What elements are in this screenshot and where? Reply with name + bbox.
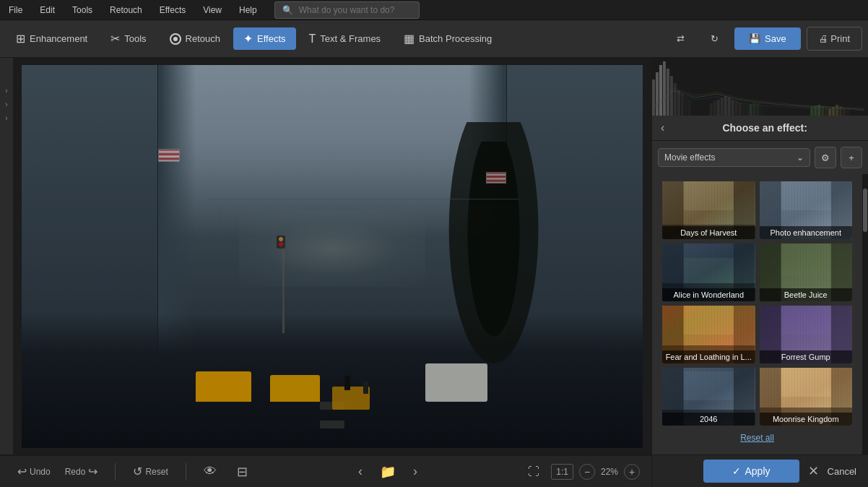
svg-rect-68 — [830, 306, 852, 363]
svg-rect-26 — [742, 104, 745, 116]
effect-add-btn[interactable]: + — [841, 147, 862, 168]
zoom-out-btn[interactable]: − — [579, 464, 595, 480]
effect-moonrise-kingdom[interactable]: Moonrise Kingdom — [758, 366, 854, 427]
apply-bar: ✓ Apply ✕ Cancel — [651, 455, 868, 487]
redo-btn[interactable]: Redo ↪ — [59, 462, 104, 481]
collapse-arrow-3[interactable]: › — [5, 114, 7, 122]
svg-rect-14 — [699, 103, 702, 116]
toolbar: ⊞ Enhancement ✂ Tools Retouch ✦ Effects … — [0, 20, 868, 58]
effect-2046[interactable]: 2046 — [661, 366, 757, 427]
svg-rect-31 — [760, 105, 763, 116]
minus-icon: − — [584, 466, 590, 478]
svg-rect-38 — [832, 107, 835, 116]
text-frames-btn[interactable]: T Text & Frames — [299, 28, 391, 50]
undo-label: Undo — [30, 467, 51, 477]
batch-processing-btn[interactable]: ▦ Batch Processing — [394, 27, 502, 50]
effects-label: Effects — [257, 33, 286, 44]
svg-rect-6 — [670, 76, 673, 116]
folder-btn[interactable]: 📁 — [374, 461, 402, 483]
compare-icon: ⊟ — [237, 464, 248, 480]
svg-rect-23 — [732, 100, 734, 116]
effect-days-of-harvest[interactable]: Days of Harvest — [661, 180, 757, 241]
enhancement-btn[interactable]: ⊞ Enhancement — [6, 27, 97, 50]
panel-title: Choose an effect: — [670, 122, 859, 134]
close-icon[interactable]: ✕ — [808, 463, 819, 479]
print-button[interactable]: 🖨 Print — [807, 27, 862, 51]
search-input[interactable] — [299, 5, 415, 15]
svg-rect-48 — [760, 181, 853, 239]
back-button[interactable]: ‹ — [661, 121, 664, 134]
svg-rect-50 — [830, 181, 852, 239]
effect-fear-and-loathing[interactable]: Fear and Loathing in L... — [661, 304, 757, 365]
svg-rect-64 — [684, 306, 734, 335]
collapse-arrow-2[interactable]: › — [5, 100, 7, 108]
collapse-arrow-1[interactable]: › — [5, 87, 7, 95]
menu-file[interactable]: File — [6, 4, 25, 17]
effect-dropdown[interactable]: Movie effects ⌄ — [658, 148, 810, 167]
eye-btn[interactable]: 👁 — [198, 461, 222, 482]
zoom-in-btn[interactable]: + — [624, 464, 640, 480]
svg-rect-63 — [734, 306, 755, 363]
save-button[interactable]: 💾 Save — [734, 27, 801, 50]
scroll-thumb[interactable] — [863, 189, 867, 232]
svg-rect-57 — [760, 244, 853, 301]
retouch-btn[interactable]: Retouch — [160, 29, 230, 49]
svg-rect-78 — [781, 368, 830, 397]
svg-rect-35 — [821, 106, 824, 116]
undo-btn[interactable]: ↩ Undo — [12, 462, 56, 481]
left-panel: › › › — [0, 58, 13, 454]
tools-btn[interactable]: ✂ Tools — [100, 27, 156, 50]
effect-grid: Days of Harvest Photo — [658, 180, 856, 427]
effect-thumb-days: Days of Harvest — [662, 181, 755, 239]
text-frames-icon: T — [309, 33, 316, 46]
reset-all-link[interactable]: Reset all — [658, 427, 856, 449]
menu-help[interactable]: Help — [236, 4, 260, 17]
menu-bar: File Edit Tools Retouch Effects View Hel… — [0, 0, 868, 20]
svg-rect-75 — [760, 368, 853, 426]
svg-rect-70 — [662, 368, 755, 426]
effect-thumb-forrest: Forrest Gump — [760, 306, 853, 363]
menu-effects[interactable]: Effects — [157, 4, 188, 17]
histogram-chart — [652, 58, 868, 116]
effect-thumb-alice: Alice in Wonderland — [662, 244, 755, 301]
svg-rect-2 — [656, 72, 659, 116]
extra-btn-2[interactable]: ↻ — [700, 29, 729, 48]
svg-rect-37 — [828, 108, 831, 116]
apply-button[interactable]: ✓ Apply — [703, 460, 799, 483]
right-scrollbar[interactable] — [862, 174, 868, 454]
effects-btn[interactable]: ✦ Effects — [233, 27, 296, 50]
cancel-label[interactable]: Cancel — [828, 466, 856, 477]
reset-btn[interactable]: ↺ Reset — [127, 462, 173, 481]
effect-photo-enhancement[interactable]: Photo enhancement — [758, 180, 854, 241]
tools-icon: ✂ — [110, 32, 120, 46]
next-btn[interactable]: › — [407, 461, 423, 482]
svg-rect-56 — [662, 283, 755, 301]
right-panel: ‹ Choose an effect: Movie effects ⌄ ⚙ + — [651, 58, 868, 454]
effect-forrest-gump[interactable]: Forrest Gump — [758, 304, 854, 365]
effect-settings-btn[interactable]: ⚙ — [815, 147, 836, 168]
menu-tools[interactable]: Tools — [69, 4, 95, 17]
extra-btn-1[interactable]: ⇄ — [667, 29, 695, 48]
bottom-nav: ‹ 📁 › — [349, 461, 427, 483]
svg-rect-47 — [662, 225, 755, 239]
svg-rect-73 — [684, 371, 734, 400]
checkmark-icon: ✓ — [732, 465, 741, 477]
svg-rect-16 — [706, 105, 709, 116]
svg-rect-76 — [760, 368, 781, 426]
menu-view[interactable]: View — [200, 4, 225, 17]
compare-btn[interactable]: ⊟ — [231, 461, 253, 483]
reset-icon: ↺ — [133, 465, 142, 478]
svg-rect-66 — [760, 306, 853, 363]
svg-rect-71 — [662, 368, 684, 426]
effect-thumb-beetle: Beetle Juice — [760, 244, 853, 301]
effect-beetle-juice[interactable]: Beetle Juice — [758, 242, 854, 303]
settings-icon: ⚙ — [821, 152, 830, 163]
effect-alice-in-wonderland[interactable]: Alice in Wonderland — [661, 242, 757, 303]
prev-btn[interactable]: ‹ — [352, 461, 368, 482]
menu-retouch[interactable]: Retouch — [107, 4, 145, 17]
save-icon: 💾 — [749, 33, 760, 44]
fullscreen-btn[interactable]: ⛶ — [522, 462, 545, 481]
zoom-level: 22% — [601, 467, 618, 477]
canvas-area — [13, 58, 651, 454]
menu-edit[interactable]: Edit — [37, 4, 58, 17]
